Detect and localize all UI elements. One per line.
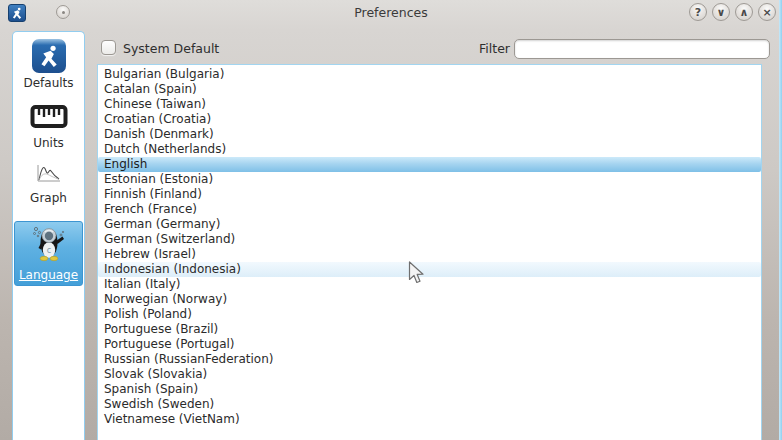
sidebar-item-label: Graph xyxy=(30,191,67,205)
diver-icon xyxy=(32,39,66,73)
close-button[interactable]: × xyxy=(758,3,776,21)
language-list-item[interactable]: Russian (RussianFederation) xyxy=(98,352,761,367)
chevron-up-icon: ∧ xyxy=(740,7,749,18)
filter-label: Filter xyxy=(479,41,510,56)
language-list-item[interactable]: Spanish (Spain) xyxy=(98,382,761,397)
maximize-button[interactable]: ∧ xyxy=(735,3,753,21)
language-list-item[interactable]: German (Switzerland) xyxy=(98,232,761,247)
language-label: Dutch (Netherlands) xyxy=(104,142,226,156)
language-label: Italian (Italy) xyxy=(104,277,180,291)
language-label: Spanish (Spain) xyxy=(104,382,198,396)
language-list[interactable]: Bulgarian (Bulgaria) Catalan (Spain) Chi… xyxy=(97,64,762,440)
language-label: Estonian (Estonia) xyxy=(104,172,213,186)
sidebar-item-label: Language xyxy=(19,268,78,282)
language-list-item[interactable]: Danish (Denmark) xyxy=(98,127,761,142)
language-label: Bulgarian (Bulgaria) xyxy=(104,67,224,81)
language-label: Finnish (Finland) xyxy=(104,187,202,201)
language-label: Portuguese (Portugal) xyxy=(104,337,235,351)
language-list-item[interactable]: Croatian (Croatia) xyxy=(98,112,761,127)
tux-penguin-diver-icon: c xyxy=(28,224,70,268)
language-list-item[interactable]: Dutch (Netherlands) xyxy=(98,142,761,157)
language-label: Chinese (Taiwan) xyxy=(104,97,206,111)
language-list-item[interactable]: Italian (Italy) xyxy=(98,277,761,292)
language-list-item[interactable]: Finnish (Finland) xyxy=(98,187,761,202)
language-label: German (Germany) xyxy=(104,217,220,231)
language-list-item[interactable]: German (Germany) xyxy=(98,217,761,232)
language-list-item[interactable]: Norwegian (Norway) xyxy=(98,292,761,307)
sidebar: Defaults Units Graph xyxy=(12,31,85,440)
language-list-item[interactable]: Vietnamese (VietNam) xyxy=(98,412,761,427)
language-label: Hebrew (Israel) xyxy=(104,247,196,261)
sidebar-item-label: Defaults xyxy=(23,76,73,90)
sidebar-item-label: Units xyxy=(33,136,64,150)
language-label: Indonesian (Indonesia) xyxy=(104,262,241,276)
sidebar-item-language[interactable]: c Language xyxy=(14,221,83,286)
language-list-item[interactable]: Indonesian (Indonesia) xyxy=(98,262,761,277)
language-list-item[interactable]: Chinese (Taiwan) xyxy=(98,97,761,112)
language-label: Portuguese (Brazil) xyxy=(104,322,218,336)
language-label: English xyxy=(104,157,147,171)
language-list-item[interactable]: Portuguese (Brazil) xyxy=(98,322,761,337)
sidebar-item-units[interactable]: Units xyxy=(13,90,84,150)
dive-profile-graph-icon xyxy=(35,163,62,188)
language-label: German (Switzerland) xyxy=(104,232,235,246)
system-default-checkbox[interactable] xyxy=(101,40,116,55)
shade-button[interactable]: ∨ xyxy=(712,3,730,21)
language-label: Croatian (Croatia) xyxy=(104,112,211,126)
language-list-item[interactable]: French (France) xyxy=(98,202,761,217)
language-list-item[interactable]: Catalan (Spain) xyxy=(98,82,761,97)
help-icon: ? xyxy=(695,7,701,18)
language-label: Vietnamese (VietNam) xyxy=(104,412,240,426)
sidebar-item-graph[interactable]: Graph xyxy=(13,150,84,205)
language-label: Russian (RussianFederation) xyxy=(104,352,273,366)
language-label: Catalan (Spain) xyxy=(104,82,197,96)
filter-input[interactable] xyxy=(514,39,770,59)
language-label: French (France) xyxy=(104,202,197,216)
language-list-item[interactable]: Hebrew (Israel) xyxy=(98,247,761,262)
language-label: Norwegian (Norway) xyxy=(104,292,227,306)
ruler-icon xyxy=(30,104,68,133)
language-list-item[interactable]: Swedish (Sweden) xyxy=(98,397,761,412)
system-default-label: System Default xyxy=(123,41,219,56)
sidebar-item-defaults[interactable]: Defaults xyxy=(13,32,84,90)
chevron-down-icon: ∨ xyxy=(717,7,726,18)
language-label: Polish (Poland) xyxy=(104,307,192,321)
preferences-window: { "window": { "title": "Preferences", "b… xyxy=(0,0,782,440)
language-label: Danish (Denmark) xyxy=(104,127,214,141)
language-list-item[interactable]: Bulgarian (Bulgaria) xyxy=(98,67,761,82)
close-icon: × xyxy=(762,7,771,18)
titlebar[interactable]: Preferences ? ∨ ∧ × xyxy=(0,0,782,26)
language-list-item[interactable]: Estonian (Estonia) xyxy=(98,172,761,187)
svg-text:c: c xyxy=(46,246,50,255)
window-title: Preferences xyxy=(0,5,782,20)
language-list-item[interactable]: English xyxy=(98,157,761,172)
language-label: Slovak (Slovakia) xyxy=(104,367,207,381)
language-list-item[interactable]: Slovak (Slovakia) xyxy=(98,367,761,382)
language-list-item[interactable]: Portuguese (Portugal) xyxy=(98,337,761,352)
language-list-item[interactable]: Polish (Poland) xyxy=(98,307,761,322)
help-button[interactable]: ? xyxy=(689,3,707,21)
language-label: Swedish (Sweden) xyxy=(104,397,214,411)
